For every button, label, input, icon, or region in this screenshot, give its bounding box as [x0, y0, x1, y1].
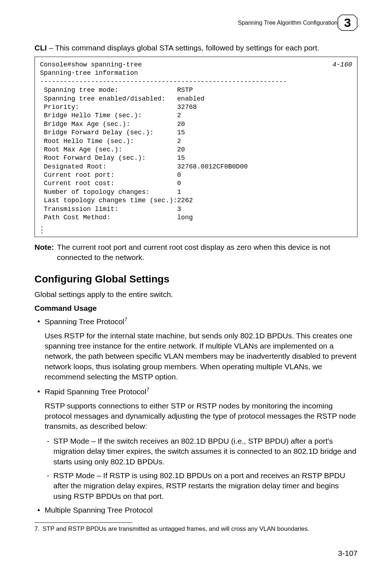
bullet-paragraph: RSTP supports connections to either STP …: [34, 401, 358, 432]
chapter-number: 3: [344, 15, 351, 29]
list-item: RSTP Mode – If RSTP is using 802.1D BPDU…: [45, 471, 358, 501]
list-item: Spanning Tree Protocol7: [34, 316, 358, 327]
list-item: STP Mode – If the switch receives an 802…: [45, 436, 358, 467]
section-heading: Configuring Global Settings: [34, 273, 358, 285]
page-header: Spanning Tree Algorithm Configuration 3: [34, 15, 358, 31]
bullet-title: Rapid Spanning Tree Protocol: [45, 387, 146, 396]
cli-output-box: 4-160Console#show spanning-tree Spanning…: [34, 57, 358, 237]
page-number: 3-107: [338, 549, 358, 558]
section-intro: Global settings apply to the entire swit…: [34, 290, 358, 299]
cli-label: CLI: [34, 44, 47, 52]
footnote-number: 7.: [34, 525, 42, 533]
bullet-title: Multiple Spanning Tree Protocol: [45, 506, 153, 514]
footnote: 7. STP and RSTP BPDUs are transmitted as…: [34, 525, 358, 533]
command-usage-heading: Command Usage: [34, 304, 358, 313]
cli-intro-text: – This command displays global STA setti…: [47, 44, 319, 52]
list-item: Rapid Spanning Tree Protocol7: [34, 386, 358, 397]
code-body: Console#show spanning-tree Spanning-tree…: [40, 61, 287, 221]
footnote-rule: [34, 522, 132, 523]
bullet-list: Rapid Spanning Tree Protocol7: [34, 386, 358, 397]
footnote-ref: 7: [124, 317, 127, 322]
chapter-badge: 3: [338, 15, 358, 31]
bullet-list: Spanning Tree Protocol7: [34, 316, 358, 327]
note-block: Note: The current root port and current …: [34, 242, 358, 263]
code-reference: 4-160: [332, 61, 352, 69]
note-text: The current root port and current root c…: [57, 242, 358, 263]
bullet-list: Multiple Spanning Tree Protocol: [34, 505, 358, 515]
footnote-ref: 7: [146, 387, 149, 392]
vertical-ellipsis-icon: ...: [40, 224, 352, 233]
note-label: Note:: [34, 242, 57, 263]
list-item: Multiple Spanning Tree Protocol: [34, 505, 358, 515]
bullet-paragraph: Uses RSTP for the internal state machine…: [34, 331, 358, 382]
footnote-text: STP and RSTP BPDUs are transmitted as un…: [42, 525, 309, 533]
bullet-title: Spanning Tree Protocol: [45, 317, 124, 326]
cli-intro: CLI – This command displays global STA s…: [34, 44, 358, 52]
header-title: Spanning Tree Algorithm Configuration: [238, 20, 338, 26]
dash-list: STP Mode – If the switch receives an 802…: [34, 436, 358, 501]
